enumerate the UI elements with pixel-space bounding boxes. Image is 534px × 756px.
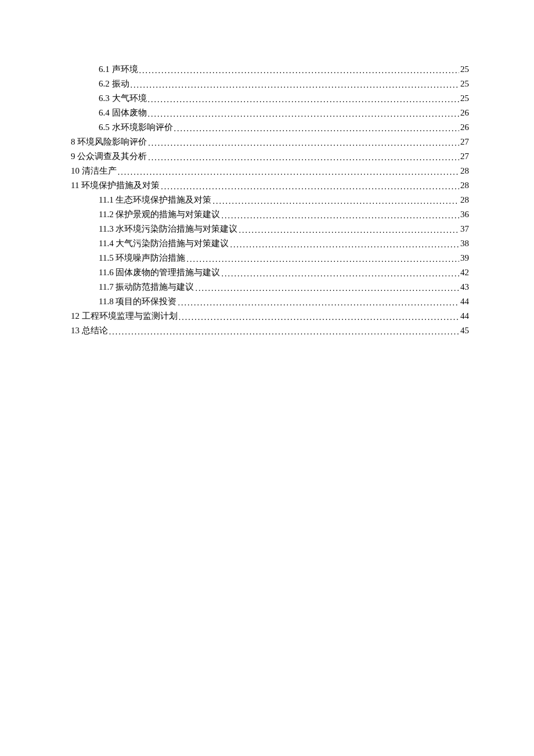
toc-entry-label: 11 环境保护措施及对策 xyxy=(71,181,160,190)
toc-entry-label: 8 环境风险影响评价 xyxy=(71,138,147,146)
toc-entry-page: 28 xyxy=(460,196,469,204)
toc-entry-page: 44 xyxy=(460,297,469,306)
toc-leader xyxy=(230,241,459,249)
toc-entry-page: 27 xyxy=(460,138,469,146)
toc-row: 11.6 固体废物的管理措施与建议42 xyxy=(71,268,469,277)
toc-entry-label: 13 总结论 xyxy=(71,326,108,335)
toc-row: 9 公众调查及其分析27 xyxy=(71,152,469,161)
toc-row: 11.3 水环境污染防治措施与对策建议37 xyxy=(71,225,469,233)
toc-entry-page: 42 xyxy=(460,268,469,277)
toc-row: 6.1 声环境25 xyxy=(71,65,469,74)
toc-entry-label: 11.6 固体废物的管理措施与建议 xyxy=(99,268,220,277)
toc-row: 6.5 水环境影响评价26 xyxy=(71,123,469,132)
toc-leader xyxy=(221,270,459,278)
toc-row: 10 清洁生产28 xyxy=(71,167,469,175)
toc-leader xyxy=(131,81,460,89)
toc-row: 11.2 保护景观的措施与对策建议36 xyxy=(71,210,469,219)
toc-row: 11.4 大气污染防治措施与对策建议38 xyxy=(71,239,469,248)
toc-entry-label: 11.8 项目的环保投资 xyxy=(99,297,176,306)
toc-entry-page: 27 xyxy=(460,152,469,161)
toc-entry-page: 28 xyxy=(460,181,469,190)
toc-leader xyxy=(239,226,459,235)
toc-leader xyxy=(161,183,459,191)
toc-entry-page: 39 xyxy=(460,254,469,262)
toc-leader xyxy=(148,139,459,147)
toc-row: 8 环境风险影响评价27 xyxy=(71,138,469,146)
toc-leader xyxy=(148,96,460,104)
toc-leader xyxy=(148,154,459,162)
toc-entry-page: 43 xyxy=(460,283,469,291)
toc-entry-label: 11.1 生态环境保护措施及对策 xyxy=(99,196,211,204)
toc-entry-label: 10 清洁生产 xyxy=(71,167,117,175)
toc-entry-label: 11.3 水环境污染防治措施与对策建议 xyxy=(99,225,237,233)
toc-row: 11.7 振动防范措施与建议43 xyxy=(71,283,469,291)
toc-row: 6.2 振动25 xyxy=(71,80,469,88)
toc-entry-page: 25 xyxy=(460,94,469,103)
toc-row: 12 工程环境监理与监测计划44 xyxy=(71,312,469,321)
toc-entry-page: 44 xyxy=(460,312,469,321)
toc-entry-label: 6.5 水环境影响评价 xyxy=(99,123,173,132)
toc-row: 13 总结论45 xyxy=(71,326,469,335)
toc-row: 11 环境保护措施及对策28 xyxy=(71,181,469,190)
toc-entry-label: 6.2 振动 xyxy=(99,80,129,88)
toc-leader xyxy=(174,125,460,133)
toc-leader xyxy=(221,212,459,220)
toc-leader xyxy=(109,328,459,336)
toc-row: 11.8 项目的环保投资44 xyxy=(71,297,469,306)
toc-entry-label: 11.7 振动防范措施与建议 xyxy=(99,283,194,291)
toc-entry-label: 12 工程环境监理与监测计划 xyxy=(71,312,178,321)
toc-entry-page: 37 xyxy=(460,225,469,233)
toc-leader xyxy=(195,285,459,293)
toc-entry-label: 11.5 环境噪声防治措施 xyxy=(99,254,185,262)
toc-entry-label: 6.3 大气环境 xyxy=(99,94,147,103)
toc-leader xyxy=(178,299,459,307)
toc-leader xyxy=(118,168,459,177)
toc-entry-page: 45 xyxy=(460,326,469,335)
toc-entry-page: 26 xyxy=(460,123,469,132)
toc-leader xyxy=(212,197,459,206)
toc-row: 6.3 大气环境25 xyxy=(71,94,469,103)
toc-entry-page: 36 xyxy=(460,210,469,219)
toc-entry-page: 38 xyxy=(460,239,469,248)
toc-leader xyxy=(139,67,460,75)
toc-entry-label: 11.4 大气污染防治措施与对策建议 xyxy=(99,239,229,248)
toc-row: 11.5 环境噪声防治措施39 xyxy=(71,254,469,262)
toc-row: 6.4 固体废物26 xyxy=(71,109,469,117)
toc-entry-label: 11.2 保护景观的措施与对策建议 xyxy=(99,210,220,219)
toc-leader xyxy=(186,255,459,264)
toc-entry-label: 9 公众调查及其分析 xyxy=(71,152,147,161)
toc-entry-label: 6.1 声环境 xyxy=(99,65,138,74)
toc-row: 11.1 生态环境保护措施及对策28 xyxy=(71,196,469,204)
toc-entry-page: 25 xyxy=(460,65,469,74)
toc-leader xyxy=(148,110,460,118)
toc-container: 6.1 声环境256.2 振动256.3 大气环境256.4 固体废物266.5… xyxy=(71,65,469,335)
toc-entry-page: 25 xyxy=(460,80,469,88)
toc-entry-page: 28 xyxy=(460,167,469,175)
toc-leader xyxy=(179,314,459,322)
toc-entry-page: 26 xyxy=(460,109,469,117)
toc-entry-label: 6.4 固体废物 xyxy=(99,109,147,117)
